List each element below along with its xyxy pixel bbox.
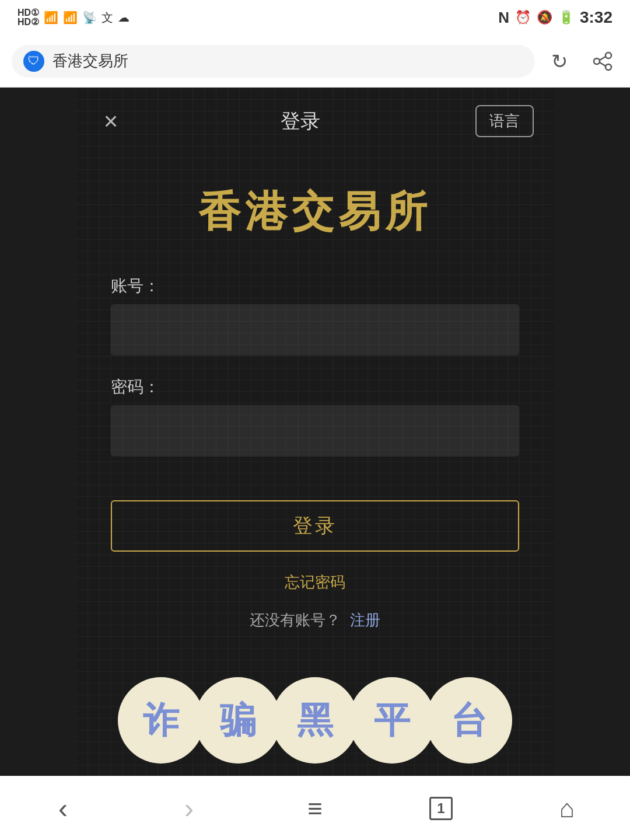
warning-circle-1: 骗 [195, 677, 281, 764]
close-button[interactable]: × [96, 107, 125, 136]
back-icon: ‹ [58, 792, 68, 824]
register-row: 还没有账号？ 注册 [111, 610, 519, 630]
warning-char-4: 台 [451, 696, 487, 745]
share-button[interactable] [587, 46, 618, 77]
home-button[interactable]: ⌂ [544, 785, 590, 832]
tabs-button[interactable]: 1 [418, 785, 464, 832]
warning-banner: 诈 骗 黑 平 台 [76, 660, 554, 793]
translate-icon: 文 [102, 10, 113, 26]
back-button[interactable]: ‹ [40, 785, 86, 832]
forward-button[interactable]: › [166, 785, 212, 832]
status-right: N ⏰ 🔕 🔋 3:32 [498, 8, 612, 27]
menu-button[interactable]: ≡ [292, 785, 338, 832]
password-input[interactable] [111, 405, 519, 456]
browser-bar: 🛡 香港交易所 ↻ [0, 35, 630, 88]
login-content: 香港交易所 账号： 密码： 登录 忘记密码 还没有账号？ 注册 [76, 155, 554, 660]
forgot-password-link[interactable]: 忘记密码 [111, 572, 519, 592]
nfc-icon: N [498, 9, 509, 27]
app-header: × 登录 语言 [76, 88, 554, 155]
app-container: × 登录 语言 香港交易所 账号： 密码： 登录 忘记密码 [76, 88, 554, 811]
warning-char-1: 骗 [220, 696, 256, 745]
svg-point-1 [594, 58, 600, 64]
tabs-icon: 1 [429, 797, 453, 820]
alarm-icon: ⏰ [515, 10, 531, 25]
status-left-icons: HD① HD② 📶 📶 📡 文 ☁ [18, 8, 130, 27]
hd-icon: HD① HD② [18, 8, 39, 27]
header-title: 登录 [281, 108, 320, 135]
svg-point-0 [606, 53, 611, 58]
cloud-icon: ☁ [118, 11, 130, 25]
signal-icons-2: 📶 [63, 11, 78, 25]
password-label: 密码： [111, 376, 519, 398]
account-input[interactable] [111, 304, 519, 355]
site-name: 香港交易所 [52, 51, 128, 71]
warning-circle-3: 平 [349, 677, 435, 764]
warning-char-2: 黑 [297, 696, 333, 745]
address-bar[interactable]: 🛡 香港交易所 [12, 45, 535, 78]
close-icon: × [104, 107, 118, 135]
security-icon: 🛡 [23, 51, 44, 72]
account-field-group: 账号： [111, 275, 519, 355]
battery-icon: 🔋 [558, 10, 574, 25]
password-field-group: 密码： [111, 376, 519, 456]
menu-icon: ≡ [307, 794, 323, 823]
home-icon: ⌂ [559, 794, 575, 823]
svg-line-3 [600, 57, 606, 60]
clock: 3:32 [580, 8, 612, 27]
register-link[interactable]: 注册 [350, 611, 380, 629]
browser-actions: ↻ [544, 46, 618, 77]
share-icon [592, 51, 613, 72]
language-button[interactable]: 语言 [475, 105, 534, 137]
warning-char-0: 诈 [143, 696, 179, 745]
logo-text: 香港交易所 [111, 184, 519, 240]
forward-icon: › [184, 792, 194, 824]
account-label: 账号： [111, 275, 519, 297]
login-button[interactable]: 登录 [111, 500, 519, 552]
refresh-icon: ↻ [551, 50, 568, 73]
warning-circle-0: 诈 [118, 677, 204, 764]
warning-circle-4: 台 [426, 677, 512, 764]
warning-circle-2: 黑 [272, 677, 358, 764]
svg-line-4 [600, 62, 606, 66]
app-logo: 香港交易所 [111, 184, 519, 240]
refresh-button[interactable]: ↻ [544, 46, 575, 77]
status-bar: HD① HD② 📶 📶 📡 文 ☁ N ⏰ 🔕 🔋 3:32 [0, 0, 630, 35]
signal-icons: 📶 [44, 11, 58, 25]
bottom-nav: ‹ › ≡ 1 ⌂ [0, 776, 630, 840]
svg-point-2 [606, 64, 611, 70]
mute-icon: 🔕 [537, 10, 552, 25]
warning-char-3: 平 [374, 696, 410, 745]
wifi-icon: 📡 [82, 11, 97, 25]
no-account-text: 还没有账号？ [250, 611, 341, 629]
